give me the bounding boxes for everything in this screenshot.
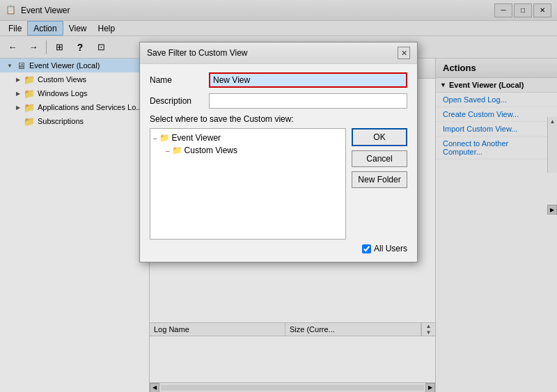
name-input[interactable] [209, 72, 407, 88]
dialog-content: Name Description Select where to save th… [140, 64, 417, 262]
tree-folder-child-icon: 📁 [172, 146, 182, 155]
description-form-row: Description [150, 93, 407, 109]
description-input[interactable] [209, 93, 407, 109]
tree-child-label: Custom Views [185, 146, 237, 155]
dialog-title-text: Save Filter to Custom View [147, 48, 248, 58]
tree-section-label: Select where to save the Custom view: [150, 114, 407, 124]
ok-button[interactable]: OK [352, 128, 407, 146]
description-label: Description [150, 96, 209, 106]
name-label: Name [150, 75, 209, 85]
dialog-buttons: OK Cancel New Folder [352, 128, 407, 240]
dialog-title-bar: Save Filter to Custom View ✕ [140, 42, 417, 64]
tree-and-buttons: – 📁 Event Viewer – 📁 Custom Views OK [150, 128, 407, 240]
all-users-checkbox[interactable] [362, 244, 371, 253]
tree-section: Select where to save the Custom view: – … [150, 114, 407, 253]
tree-item-root[interactable]: – 📁 Event Viewer [153, 132, 343, 144]
cancel-button[interactable]: Cancel [352, 150, 407, 167]
dialog-close-button[interactable]: ✕ [398, 47, 410, 59]
checkbox-row: All Users [150, 244, 407, 253]
save-filter-dialog: Save Filter to Custom View ✕ Name Descri… [139, 42, 418, 262]
new-folder-button[interactable]: New Folder [352, 171, 407, 188]
tree-box[interactable]: – 📁 Event Viewer – 📁 Custom Views [150, 128, 346, 240]
tree-root-label: Event Viewer [172, 133, 221, 143]
tree-folder-root-icon: 📁 [159, 133, 170, 143]
all-users-label: All Users [374, 244, 407, 253]
name-form-row: Name [150, 72, 407, 88]
tree-expand-root-icon: – [153, 134, 157, 142]
tree-item-custom-views[interactable]: – 📁 Custom Views [153, 144, 343, 157]
modal-overlay: Save Filter to Custom View ✕ Name Descri… [0, 0, 557, 392]
tree-expand-child-icon: – [166, 147, 170, 155]
